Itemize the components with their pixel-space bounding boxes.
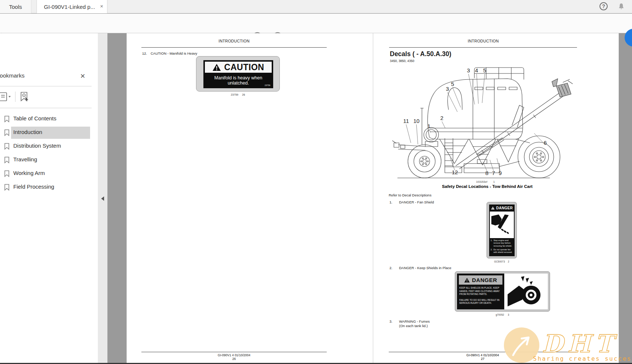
footer-rule (141, 352, 327, 352)
bookmark-icon (4, 129, 10, 136)
tab-document[interactable]: GI-090V1-Linked p... ✕ (37, 0, 107, 13)
callout-number: 3 (446, 86, 449, 92)
callout-number: 12 (452, 169, 458, 175)
list-item-text2: (On each tank lid.) (399, 324, 428, 328)
callout-number: 2 (440, 115, 443, 121)
decal-signal-word: DANGER (496, 206, 513, 210)
callout-number: 7 (492, 170, 495, 176)
figure-caption: GC50073 2 (487, 260, 517, 263)
list-item-text: DANGER - Fan Shield (399, 200, 434, 204)
sidebar-item-label: Table of Contents (13, 115, 56, 121)
figure-reference: 103153cf 1 (389, 181, 581, 183)
footer-rule (389, 352, 577, 352)
user-avatar[interactable] (625, 29, 632, 47)
tab-document-label: GI-090V1-Linked p... (44, 4, 95, 10)
list-item-text: CAUTION - Manifold is Heavy (151, 51, 197, 55)
close-panel-icon[interactable]: ✕ (78, 72, 87, 80)
air-cart-diagram: 3 4 5 5 3 11 10 1 2 12 8 7 9 6 (389, 65, 581, 179)
danger-fan-shield-decal: DANGER 1. Stop engine and remove key bef… (487, 202, 517, 258)
sidebar-item-field-processing[interactable]: Field Processing (0, 181, 96, 194)
sidebar-item-label: Introduction (13, 129, 42, 135)
callout-number: 4 (475, 67, 478, 73)
tab-bar: Tools GI-090V1-Linked p... ✕ ? (0, 0, 632, 13)
callout-number: 5 (483, 67, 486, 73)
panel-collapse-strip (98, 33, 107, 364)
page-header: INTRODUCTION (141, 39, 327, 43)
help-icon[interactable]: ? (599, 2, 608, 11)
callout-number: 5 (451, 81, 454, 87)
bookmark-icon (4, 184, 10, 191)
callout-number: 1 (427, 123, 430, 129)
figure-caption: g70052 3 (455, 313, 550, 316)
bookmark-icon (4, 143, 10, 150)
bookmark-icon (4, 170, 10, 177)
section-title: Decals ( - A.50.A.30) (390, 50, 451, 58)
divider (0, 108, 92, 108)
footer-doc-id: GI-090V1 4 01/10/2004 (389, 353, 577, 357)
close-tab-icon[interactable]: ✕ (100, 4, 103, 9)
header-rule (389, 47, 577, 48)
hand-cut-by-fan-pictogram (491, 213, 513, 236)
footer-doc-id: GI-090V1 4 01/10/2004 (141, 353, 327, 357)
model-numbers: 3450, 3850, 4350 (390, 59, 414, 63)
caution-decal: CAUTION Manifold is heavy when unlatched… (196, 56, 280, 92)
callout-number: 3 (467, 67, 470, 73)
diagram-callouts: 3 4 5 5 3 11 10 1 2 12 8 7 9 6 (403, 67, 547, 176)
footer-page-number: 26 (141, 357, 327, 361)
warning-triangle-icon (491, 206, 495, 210)
bookmark-icon (4, 157, 10, 164)
sidebar-item-label: Travelling (13, 156, 37, 162)
figure-title: Safety Decal Locations - Tow Behind Air … (391, 184, 583, 189)
bookmarks-panel-title: Bookmarks (0, 72, 70, 81)
sidebar-item-table-of-contents[interactable]: Table of Contents (0, 112, 96, 126)
sidebar-item-distribution-system[interactable]: Distribution System (0, 140, 96, 153)
list-item-number: 3. (389, 319, 392, 323)
tab-tools-label: Tools (9, 4, 22, 10)
decal-paragraph: FAILURE TO DO SO WILL RESULT IN SERIOUS … (459, 299, 502, 305)
sidebar-item-label: Field Processing (13, 183, 54, 190)
pdf-viewer-window: Tools GI-090V1-Linked p... ✕ ? (0, 0, 632, 364)
hand-caught-in-belt-pictogram (508, 275, 545, 308)
bookmark-options-icon[interactable] (0, 92, 13, 102)
callout-number: 10 (413, 118, 420, 124)
sidebar-item-working-arm[interactable]: Working Arm (0, 167, 96, 181)
footer-page-number: 27 (389, 357, 577, 361)
warning-triangle-icon (212, 63, 221, 71)
bookmark-icon (4, 116, 10, 123)
find-current-bookmark-icon[interactable] (18, 91, 30, 102)
document-page-26: INTRODUCTION 12. CAUTION - Manifold is H… (127, 33, 373, 363)
sidebar-item-introduction[interactable]: Introduction (0, 126, 96, 140)
list-item-number: 1. (389, 200, 392, 204)
bookmarks-panel: Bookmarks ✕ Table of Contents Introducti… (0, 33, 98, 364)
tab-tools[interactable]: Tools (0, 0, 31, 13)
refer-text: Refer to Decal Descriptions (389, 193, 432, 197)
decal-instruction: Do not operate fan with shield removed. (494, 248, 513, 254)
sidebar-item-travelling[interactable]: Travelling (0, 153, 96, 167)
decal-signal-word: CAUTION (224, 62, 264, 72)
divider (0, 86, 92, 86)
sidebar-item-label: Working Arm (13, 170, 45, 176)
list-item-text: DANGER - Keep Shields in Place (399, 266, 451, 270)
danger-keep-shields-decal: DANGER KEEP ALL SHIELDS IN PLACE. KEEP H… (455, 271, 550, 312)
decal-message: Manifold is heavy when unlatched. (205, 75, 272, 86)
main-toolbar: / 646 (0, 14, 632, 33)
decal-part-code: 23759 (265, 84, 270, 86)
list-item-number: 12. (142, 51, 147, 55)
page-header: INTRODUCTION (389, 39, 577, 43)
header-rule (141, 47, 327, 48)
list-item-number: 2. (389, 266, 392, 270)
divider (15, 92, 16, 102)
callout-number: 8 (485, 170, 488, 176)
callout-number: 6 (544, 140, 547, 146)
callout-number: 9 (499, 170, 502, 176)
sidebar-item-label: Distribution System (13, 142, 61, 149)
warning-triangle-icon (464, 278, 470, 283)
decal-instruction: Stop engine and remove key before removi… (494, 239, 513, 247)
callout-number: 11 (403, 118, 409, 124)
decal-signal-word: DANGER (472, 277, 497, 283)
collapse-panel-icon[interactable] (101, 196, 104, 201)
list-item-text: WARNING - Fumes (399, 319, 430, 323)
figure-caption: 23759 26 (196, 93, 280, 96)
notifications-bell-icon[interactable] (617, 2, 626, 11)
decal-paragraph: KEEP ALL SHIELDS IN PLACE. KEEP HANDS, F… (459, 286, 502, 296)
